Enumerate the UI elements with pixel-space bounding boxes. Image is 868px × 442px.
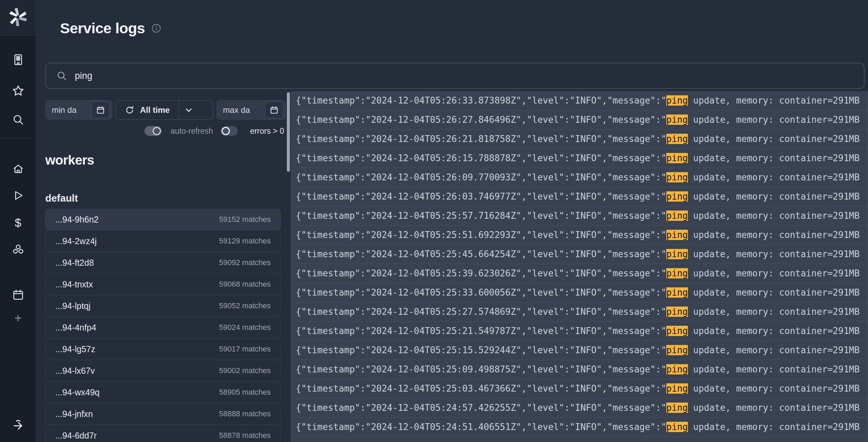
auto-refresh-label: auto-refresh (171, 127, 213, 136)
toggle-knob (153, 127, 161, 135)
highlighted-match: ping (666, 115, 688, 125)
worker-match-count: 59129 matches (219, 237, 271, 246)
log-row[interactable]: {"timestamp":"2024-12-04T05:24:51.406551… (291, 417, 868, 437)
worker-match-count: 59152 matches (219, 215, 271, 224)
dollar-icon: $ (15, 217, 21, 228)
filter-row: All time (45, 100, 286, 120)
worker-group-heading: default (45, 193, 78, 204)
toggle-knob (222, 127, 230, 135)
log-row[interactable]: {"timestamp":"2024-12-04T05:25:39.623026… (291, 264, 868, 283)
worker-row[interactable]: ...94-lg57z59017 matches (45, 338, 281, 360)
min-date-calendar-button[interactable] (91, 101, 110, 118)
auto-refresh-toggle[interactable] (144, 126, 162, 136)
worker-name: ...94-2wz4j (55, 236, 97, 246)
info-icon[interactable] (151, 23, 162, 34)
worker-name: ...94-wx49q (55, 387, 99, 397)
time-range-main[interactable]: All time (116, 100, 179, 119)
sidebar-item-search[interactable] (0, 110, 36, 129)
highlighted-match: ping (666, 364, 688, 374)
sidebar-divider (0, 138, 36, 139)
log-row[interactable]: {"timestamp":"2024-12-04T05:26:03.746977… (291, 187, 868, 206)
log-search-bar (45, 63, 865, 89)
toggle-row: auto-refresh errors > 0 (45, 126, 284, 136)
sidebar-item-workspace[interactable] (0, 50, 36, 69)
highlighted-match: ping (666, 268, 688, 278)
search-icon (56, 70, 67, 81)
errors-only-toggle[interactable] (221, 126, 238, 136)
highlighted-match: ping (666, 230, 688, 240)
log-row[interactable]: {"timestamp":"2024-12-04T05:26:33.873898… (291, 91, 868, 110)
log-row[interactable]: {"timestamp":"2024-12-04T05:25:21.549787… (291, 321, 868, 341)
log-row[interactable]: {"timestamp":"2024-12-04T05:26:09.770093… (291, 168, 868, 187)
sidebar-expand-button[interactable] (0, 416, 36, 435)
log-row[interactable]: {"timestamp":"2024-12-04T05:25:33.600056… (291, 283, 868, 302)
highlighted-match: ping (666, 326, 688, 336)
max-date-field (216, 100, 286, 120)
refresh-icon (125, 105, 134, 115)
log-row[interactable]: {"timestamp":"2024-12-04T05:26:21.818758… (291, 129, 868, 149)
worker-match-count: 58905 matches (219, 388, 271, 397)
log-row[interactable]: {"timestamp":"2024-12-04T05:26:27.846496… (291, 110, 868, 130)
log-row[interactable]: {"timestamp":"2024-12-04T05:25:03.467366… (291, 379, 868, 398)
worker-list: ...94-9h6n259152 matches...94-2wz4j59129… (45, 209, 281, 442)
calendar-icon (12, 289, 24, 301)
highlighted-match: ping (666, 403, 688, 413)
worker-row[interactable]: ...94-jnfxn58888 matches (45, 403, 281, 425)
sidebar-item-runs[interactable] (0, 186, 36, 205)
time-range-button[interactable]: All time (116, 100, 213, 120)
worker-match-count: 59002 matches (219, 366, 271, 375)
log-row[interactable]: {"timestamp":"2024-12-04T05:25:57.716284… (291, 206, 868, 226)
worker-row[interactable]: ...94-9h6n259152 matches (45, 209, 281, 230)
log-row[interactable]: {"timestamp":"2024-12-04T05:26:15.788878… (291, 148, 868, 168)
play-icon (12, 189, 24, 202)
sidebar-item-schedules[interactable] (0, 285, 36, 304)
log-row[interactable]: {"timestamp":"2024-12-04T05:25:15.529244… (291, 341, 868, 360)
highlighted-match: ping (666, 249, 688, 259)
sidebar-item-favorites[interactable] (0, 81, 36, 100)
plus-icon: + (14, 312, 22, 324)
calendar-icon (270, 106, 279, 115)
worker-row[interactable]: ...94-ft2d859092 matches (45, 252, 281, 274)
log-row[interactable]: {"timestamp":"2024-12-04T05:25:51.692293… (291, 225, 868, 245)
workspace-icon (12, 53, 24, 66)
max-date-calendar-button[interactable] (265, 101, 283, 118)
workspace-logo-button[interactable] (0, 0, 36, 36)
highlighted-match: ping (666, 134, 688, 144)
worker-name: ...94-ft2d8 (55, 258, 94, 268)
sidebar-item-resources[interactable] (0, 240, 36, 259)
sidebar-item-home[interactable] (0, 159, 36, 178)
worker-name: ...94-lx67v (55, 366, 95, 376)
log-row[interactable]: {"timestamp":"2024-12-04T05:25:45.664254… (291, 244, 868, 264)
worker-row[interactable]: ...94-6dd7r58878 matches (45, 425, 281, 442)
windmill-logo-icon (9, 8, 27, 28)
worker-row[interactable]: ...94-4nfp459024 matches (45, 316, 281, 338)
worker-name: ...94-tnxtx (55, 279, 93, 289)
log-row[interactable]: {"timestamp":"2024-12-04T05:24:57.426255… (291, 398, 868, 418)
log-row[interactable]: {"timestamp":"2024-12-04T05:25:27.574869… (291, 302, 868, 322)
worker-row[interactable]: ...94-tnxtx59068 matches (45, 273, 281, 295)
calendar-icon (96, 106, 105, 115)
search-icon (12, 114, 24, 126)
expand-sidebar-icon (11, 418, 25, 432)
errors-only-label: errors > 0 (250, 127, 284, 136)
sidebar-item-variables[interactable]: $ (0, 213, 36, 232)
page-title: Service logs (60, 20, 145, 37)
page-header: Service logs (60, 20, 162, 37)
log-row-partial (291, 437, 868, 442)
worker-name: ...94-6dd7r (55, 431, 97, 441)
log-panel-scrollbar[interactable] (287, 92, 290, 172)
worker-row[interactable]: ...94-lx67v59002 matches (45, 360, 281, 382)
log-row[interactable]: {"timestamp":"2024-12-04T05:25:09.498875… (291, 360, 868, 379)
worker-row[interactable]: ...94-2wz4j59129 matches (45, 230, 281, 252)
worker-row[interactable]: ...94-lptqj59052 matches (45, 295, 281, 317)
worker-match-count: 58878 matches (219, 431, 271, 440)
sidebar-item-add[interactable]: + (0, 309, 36, 328)
time-range-dropdown[interactable] (179, 100, 199, 119)
worker-match-count: 59092 matches (219, 258, 271, 267)
search-input[interactable] (75, 71, 856, 81)
star-icon (12, 84, 25, 97)
worker-row[interactable]: ...94-wx49q58905 matches (45, 381, 281, 403)
highlighted-match: ping (666, 422, 688, 432)
worker-name: ...94-lg57z (55, 344, 95, 354)
time-range-label: All time (140, 105, 170, 115)
